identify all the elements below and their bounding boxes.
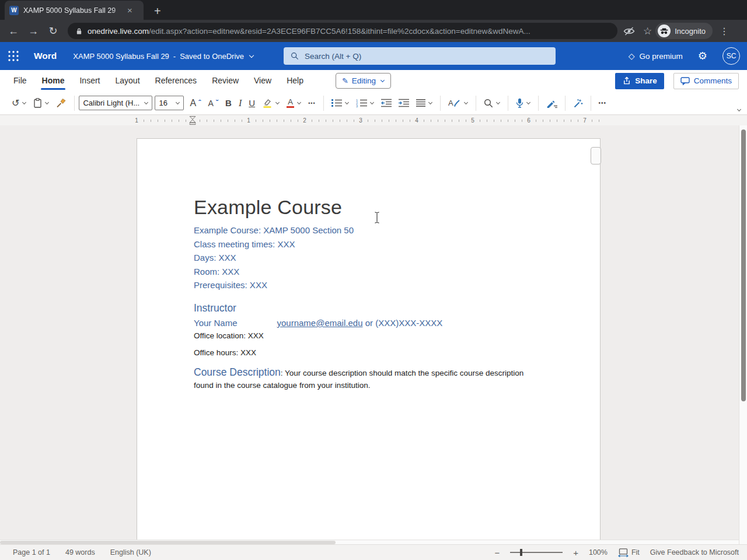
zoom-level[interactable]: 100% (589, 548, 608, 556)
dictate-button[interactable] (512, 98, 534, 108)
status-bar: Page 1 of 1 49 words English (UK) − + 10… (0, 544, 747, 560)
forward-button[interactable]: → (23, 25, 43, 37)
menu-help[interactable]: Help (279, 70, 311, 92)
doc-info-line[interactable]: Days: XXX (194, 251, 543, 265)
undo-button[interactable]: ↺ (8, 97, 30, 108)
font-name-combobox[interactable]: Calibri Light (H... (79, 96, 152, 110)
zoom-in-button[interactable]: + (573, 548, 578, 558)
search-placeholder: Search (Alt + Q) (305, 52, 361, 61)
word-count[interactable]: 49 words (65, 548, 95, 556)
underline-button[interactable]: U (245, 98, 259, 108)
styles-icon: A (448, 98, 461, 108)
menu-layout[interactable]: Layout (107, 70, 147, 92)
course-description-heading[interactable]: Course Description (194, 366, 281, 378)
doc-info-line[interactable]: Room: XXX (194, 265, 543, 279)
editor-button[interactable] (543, 99, 561, 108)
font-color-button[interactable]: A (283, 98, 305, 108)
editing-mode-dropdown[interactable]: ✎ Editing (336, 73, 391, 89)
chrome-menu-icon[interactable]: ⋮ (720, 26, 729, 37)
office-hours-line[interactable]: Office hours: XXX (194, 348, 543, 358)
new-tab-button[interactable]: + (154, 5, 161, 18)
doc-info-line[interactable]: Example Course: XAMP 5000 Section 50 (194, 223, 543, 237)
text-cursor-ibeam (374, 211, 380, 226)
browser-tab[interactable]: W XAMP 5000 Syllabus Fall 29 × (5, 1, 144, 20)
decrease-indent-button[interactable] (378, 99, 395, 107)
microphone-icon (516, 98, 523, 108)
saved-status-chevron-icon[interactable] (249, 53, 254, 58)
find-button[interactable] (480, 99, 504, 108)
editing-label: Editing (352, 76, 376, 85)
bold-button[interactable]: B (222, 98, 235, 108)
styles-button[interactable]: A (445, 98, 472, 108)
instructor-email-link[interactable]: yourname@email.edu (277, 318, 363, 328)
back-button[interactable]: ← (4, 25, 23, 37)
align-justify-icon (416, 99, 425, 107)
alignment-button[interactable] (413, 99, 436, 107)
paste-button[interactable] (30, 98, 53, 108)
zoom-slider-handle[interactable] (520, 549, 522, 556)
collapse-ribbon-chevron-icon[interactable] (737, 107, 741, 111)
document-title[interactable]: XAMP 5000 Syllabus Fall 29 (73, 52, 169, 61)
menu-references[interactable]: References (148, 70, 205, 92)
instructor-name[interactable]: Your Name (194, 318, 238, 328)
go-premium-button[interactable]: ◇ Go premium (629, 51, 683, 61)
feedback-link[interactable]: Give Feedback to Microsoft (650, 548, 739, 556)
bookmark-star-icon[interactable]: ☆ (643, 25, 652, 37)
numbered-list-icon: 1 2 3 (356, 99, 367, 107)
menu-file[interactable]: File (6, 70, 34, 92)
browser-toolbar: ← → ↻ onedrive.live.com/edit.aspx?action… (0, 20, 747, 42)
shrink-font-button[interactable]: Aˇ (204, 99, 222, 108)
font-size-combobox[interactable]: 16 (155, 96, 184, 110)
format-painter-button[interactable] (53, 98, 70, 108)
menu-insert[interactable]: Insert (72, 70, 107, 92)
address-bar[interactable]: onedrive.live.com/edit.aspx?action=editn… (68, 23, 617, 39)
designer-button[interactable] (570, 99, 587, 108)
eye-blocked-icon[interactable] (623, 27, 635, 36)
comments-icon (680, 77, 690, 85)
highlight-color-button[interactable] (259, 98, 283, 108)
account-avatar[interactable]: SC (722, 47, 740, 65)
fit-to-page-button[interactable]: Fit (618, 548, 640, 557)
vertical-scrollbar[interactable] (739, 125, 747, 544)
more-ribbon-options-button[interactable]: ••• (595, 100, 610, 106)
instructor-phone[interactable]: or (XXX)XXX-XXXX (365, 318, 443, 328)
search-input[interactable]: Search (Alt + Q) (284, 47, 556, 65)
comment-anchor-box[interactable] (591, 147, 601, 164)
editor-icon (546, 99, 557, 108)
grow-font-button[interactable]: Aˆ (186, 98, 204, 108)
comments-button[interactable]: Comments (673, 73, 739, 89)
ruler-mark: 7 (581, 117, 588, 124)
app-name[interactable]: Word (34, 51, 57, 61)
vertical-scrollbar-thumb[interactable] (741, 130, 746, 401)
instructor-heading[interactable]: Instructor (194, 302, 543, 314)
settings-gear-icon[interactable]: ⚙ (698, 50, 707, 62)
course-description-paragraph[interactable]: Course Description: Your course descript… (194, 366, 537, 391)
app-launcher-waffle-icon[interactable] (0, 50, 27, 62)
document-page[interactable]: Example Course Example Course: XAMP 5000… (137, 138, 601, 544)
doc-info-line[interactable]: Prerequisites: XXX (194, 278, 543, 292)
zoom-out-button[interactable]: − (494, 548, 500, 558)
screen: W XAMP 5000 Syllabus Fall 29 × + ← → ↻ o… (0, 0, 747, 560)
menu-review[interactable]: Review (204, 70, 246, 92)
increase-indent-button[interactable] (395, 99, 413, 107)
doc-info-line[interactable]: Class meeting times: XXX (194, 237, 543, 251)
saved-status[interactable]: Saved to OneDrive (180, 52, 244, 61)
doc-heading-title[interactable]: Example Course (194, 197, 543, 218)
zoom-slider[interactable] (510, 548, 563, 556)
page-count[interactable]: Page 1 of 1 (13, 548, 50, 556)
share-button[interactable]: Share (615, 73, 664, 89)
office-location-line[interactable]: Office location: XXX (194, 331, 543, 341)
go-premium-label: Go premium (640, 52, 683, 61)
numbering-button[interactable]: 1 2 3 (352, 99, 378, 107)
tab-close-icon[interactable]: × (127, 5, 132, 15)
menu-home[interactable]: Home (34, 70, 72, 92)
more-font-options-button[interactable]: ••• (305, 100, 319, 106)
horizontal-scrollbar[interactable] (0, 540, 739, 544)
italic-button[interactable]: I (235, 98, 245, 108)
menu-view[interactable]: View (246, 70, 279, 92)
browser-tab-strip: W XAMP 5000 Syllabus Fall 29 × + (0, 0, 747, 20)
instructor-line[interactable]: Your Nameyourname@email.edu or (XXX)XXX-… (194, 317, 543, 330)
reload-button[interactable]: ↻ (43, 24, 63, 37)
bullets-button[interactable] (328, 99, 352, 107)
language-selector[interactable]: English (UK) (110, 548, 151, 556)
